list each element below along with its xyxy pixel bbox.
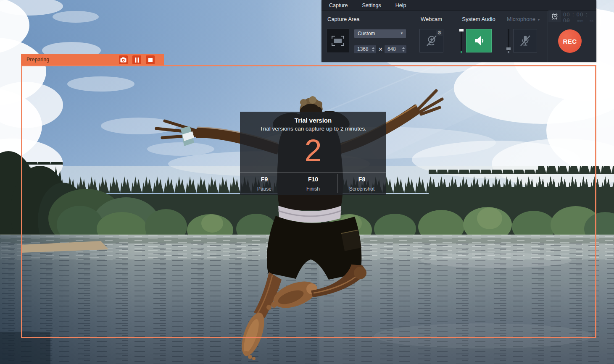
height-stepper-arrows[interactable] bbox=[402, 47, 405, 52]
capture-width-stepper[interactable]: 1368 bbox=[354, 45, 376, 53]
slider-fill bbox=[508, 51, 509, 53]
capture-area-label: Capture Area bbox=[327, 16, 360, 22]
capture-area-selector-button[interactable] bbox=[327, 29, 349, 53]
hotkey-screenshot: F8 Screenshot bbox=[337, 112, 386, 195]
screen-recorder-desktop: { "colors": { "accent_orange": "#ee7348"… bbox=[0, 0, 614, 364]
microphone-label: Microphone▼ bbox=[501, 16, 547, 22]
recording-status-bar: Preparing bbox=[21, 54, 164, 65]
hotkey-action: Screenshot bbox=[337, 186, 386, 192]
menu-item-help[interactable]: Help bbox=[395, 3, 406, 8]
hotkey-key: F9 bbox=[240, 176, 289, 183]
capture-width-value: 1368 bbox=[357, 46, 369, 52]
slider-track bbox=[461, 29, 462, 53]
speaker-icon bbox=[472, 34, 486, 47]
stepper-up-icon[interactable] bbox=[372, 47, 374, 49]
menu-item-capture[interactable]: Capture bbox=[329, 3, 348, 8]
microphone-toggle[interactable] bbox=[513, 29, 537, 52]
stepper-down-icon[interactable] bbox=[402, 50, 405, 52]
system-audio-volume-slider[interactable] bbox=[459, 29, 464, 53]
microphone-label-text: Microphone bbox=[507, 16, 535, 22]
capture-area-section: Capture Area Custom ▼ 1368 ✕ 648 bbox=[321, 11, 410, 62]
timer-unit-mm: mm bbox=[577, 19, 583, 23]
hotkey-action: Pause bbox=[240, 186, 289, 192]
dimensions-times-icon: ✕ bbox=[378, 45, 383, 53]
slider-handle[interactable] bbox=[506, 47, 511, 50]
stepper-up-icon[interactable] bbox=[402, 47, 405, 49]
hotkey-action: Finish bbox=[289, 186, 337, 192]
screenshot-button[interactable] bbox=[119, 55, 128, 64]
hotkey-pause: F9 Pause bbox=[240, 112, 289, 195]
system-audio-toggle[interactable] bbox=[466, 29, 492, 52]
pause-icon bbox=[135, 58, 139, 63]
timer-unit-hh: hh bbox=[565, 19, 569, 23]
slider-fill bbox=[461, 51, 462, 53]
rec-button[interactable]: REC bbox=[558, 29, 582, 53]
menu-item-settings[interactable]: Settings bbox=[362, 3, 381, 8]
chevron-down-icon: ▼ bbox=[400, 29, 403, 38]
webcam-off-icon bbox=[425, 34, 438, 47]
record-section: 00 : 00 : 00 hh mm ss REC bbox=[548, 9, 596, 62]
hotkey-finish: F10 Finish bbox=[289, 112, 337, 195]
capture-preset-value: Custom bbox=[358, 31, 375, 37]
hotkey-key: F8 bbox=[337, 176, 386, 183]
trial-dialog: Trial version Trial versions can capture… bbox=[240, 112, 386, 195]
microphone-volume-slider[interactable] bbox=[506, 29, 511, 53]
capture-area-frame[interactable] bbox=[21, 65, 596, 338]
webcam-settings-gear-icon[interactable]: ⚙ bbox=[436, 30, 443, 36]
pause-button[interactable] bbox=[132, 55, 141, 64]
timer-button[interactable] bbox=[548, 10, 561, 22]
timer-unit-ss: ss bbox=[590, 19, 593, 23]
stepper-down-icon[interactable] bbox=[372, 50, 374, 52]
hotkey-key: F10 bbox=[289, 176, 337, 183]
system-audio-label: System Audio bbox=[459, 16, 498, 22]
recording-status-text: Preparing bbox=[26, 54, 49, 65]
capture-toolbar: Capture Settings Help Capture Area Custo… bbox=[321, 0, 596, 62]
microphone-off-icon bbox=[519, 34, 532, 47]
microphone-chevron-down-icon[interactable]: ▼ bbox=[537, 18, 540, 22]
width-stepper-arrows[interactable] bbox=[372, 47, 374, 52]
capture-height-stepper[interactable]: 648 bbox=[385, 45, 406, 53]
devices-section: Webcam ⚙ System Audio Microphone▼ bbox=[410, 11, 548, 62]
slider-handle[interactable] bbox=[459, 29, 464, 31]
capture-preset-dropdown[interactable]: Custom ▼ bbox=[354, 29, 406, 38]
camera-icon bbox=[120, 57, 126, 63]
stop-icon bbox=[148, 58, 153, 62]
webcam-toggle[interactable]: ⚙ bbox=[419, 29, 443, 52]
webcam-label: Webcam bbox=[419, 16, 443, 22]
select-area-icon bbox=[331, 35, 345, 47]
stop-button[interactable] bbox=[146, 55, 155, 64]
alarm-clock-icon bbox=[551, 12, 559, 21]
capture-height-value: 648 bbox=[387, 46, 396, 52]
